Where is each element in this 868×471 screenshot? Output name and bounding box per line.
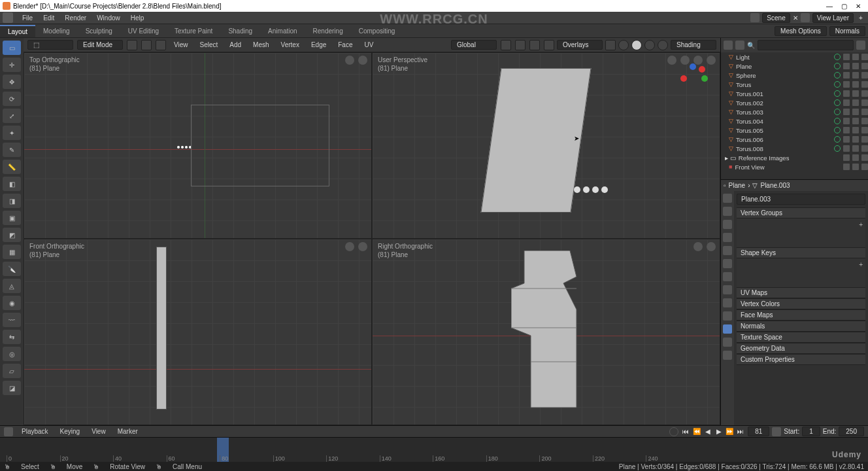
panel-normals[interactable]: Normals <box>737 321 865 332</box>
tool-inset[interactable]: ▣ <box>3 211 21 225</box>
viewport-user[interactable]: User Perspective (81) Plane ➤ <box>372 52 720 239</box>
prop-tab-world[interactable] <box>723 246 732 255</box>
pan-icon[interactable] <box>693 242 703 251</box>
panel-shape-keys[interactable]: Shape Keys <box>737 247 865 258</box>
tool-rotate[interactable]: ⟳ <box>3 92 21 106</box>
viewlayer-selector[interactable]: View Layer <box>812 13 854 23</box>
prop-tab-scene[interactable] <box>723 233 732 242</box>
transform-orientation-dropdown[interactable]: Global <box>451 40 497 50</box>
end-frame-field[interactable]: 250 <box>839 427 864 436</box>
prop-tab-texture[interactable] <box>723 351 732 360</box>
scene-selector[interactable]: Scene <box>762 13 790 23</box>
camera-icon[interactable] <box>667 56 676 65</box>
eye-icon[interactable] <box>843 164 850 170</box>
viewport-front[interactable]: Front Orthographic (81) Plane <box>24 239 372 425</box>
toggle-selectable-icon[interactable] <box>834 90 841 97</box>
tool-edge-slide[interactable]: ⇆ <box>3 330 21 344</box>
show-gizmo-toggle[interactable] <box>544 40 554 50</box>
viewport-toggle-icon[interactable] <box>852 164 859 170</box>
mode-dropdown[interactable]: Edit Mode <box>77 40 123 50</box>
snap-toggle[interactable] <box>515 40 526 50</box>
vpmenu-mesh[interactable]: Mesh <box>249 40 273 50</box>
tool-extrude[interactable]: ◨ <box>3 194 21 208</box>
keyframe-next-icon[interactable]: ⏩ <box>725 428 734 435</box>
select-mode-vertex[interactable] <box>127 40 137 50</box>
panel-custom-properties[interactable]: Custom Properties <box>737 354 865 365</box>
shading-lookdev[interactable] <box>644 40 655 50</box>
toggle-selectable-icon[interactable] <box>834 136 841 143</box>
xray-toggle[interactable] <box>605 40 616 50</box>
vpmenu-uv[interactable]: UV <box>361 40 378 50</box>
viewport-toggle-icon[interactable] <box>852 54 859 60</box>
tool-bevel[interactable]: ◩ <box>3 228 21 242</box>
editor-type-dropdown[interactable]: ⬚ <box>27 40 73 50</box>
toggle-selectable-icon[interactable] <box>834 54 841 60</box>
toggle-selectable-icon[interactable] <box>834 127 841 133</box>
prop-tab-physics[interactable] <box>723 298 732 307</box>
vpmenu-add[interactable]: Add <box>225 40 245 50</box>
zoom-icon[interactable] <box>707 242 716 251</box>
pivot-dropdown[interactable] <box>501 40 511 50</box>
outliner-item[interactable]: ▽Plane <box>721 61 868 71</box>
tab-compositing[interactable]: Compositing <box>351 26 403 37</box>
eye-icon[interactable] <box>843 109 850 115</box>
outliner-collection[interactable]: ▸ ▭Reference Images <box>721 153 868 162</box>
viewport-toggle-icon[interactable] <box>852 136 859 143</box>
render-toggle-icon[interactable] <box>861 154 868 161</box>
prop-tab-object[interactable] <box>723 259 732 268</box>
prop-tab-render[interactable] <box>723 194 732 203</box>
render-toggle-icon[interactable] <box>861 127 868 133</box>
eye-icon[interactable] <box>843 54 850 60</box>
prop-tab-particles[interactable] <box>723 285 732 294</box>
outliner[interactable]: ▽Light▽Plane▽Sphere▽Torus▽Torus.001▽Toru… <box>721 52 868 179</box>
outliner-search-input[interactable] <box>758 40 854 50</box>
vpmenu-edge[interactable]: Edge <box>307 40 330 50</box>
play-reverse-icon[interactable]: ◀ <box>703 428 712 435</box>
outliner-item[interactable]: ▽Torus.006 <box>721 135 868 144</box>
vpmenu-face[interactable]: Face <box>334 40 356 50</box>
timeline[interactable]: 020406080100120140160180200220240 <box>0 437 868 462</box>
outliner-item[interactable]: ■Front View <box>721 162 868 171</box>
tl-menu-marker[interactable]: Marker <box>114 427 141 436</box>
viewport-toggle-icon[interactable] <box>852 109 859 115</box>
render-toggle-icon[interactable] <box>861 145 868 152</box>
prop-tab-modifier[interactable] <box>723 272 732 281</box>
prop-tab-constraint[interactable] <box>723 311 732 321</box>
outliner-item[interactable]: ▽Torus.008 <box>721 144 868 153</box>
overlays-dropdown[interactable]: Overlays <box>557 40 603 50</box>
viewport-toggle-icon[interactable] <box>852 145 859 152</box>
outliner-display-icon[interactable] <box>735 41 744 50</box>
render-toggle-icon[interactable] <box>861 99 868 106</box>
shading-rendered[interactable] <box>658 40 668 50</box>
render-toggle-icon[interactable] <box>861 81 868 88</box>
prop-tab-output[interactable] <box>723 207 732 216</box>
tl-menu-view[interactable]: View <box>88 427 109 436</box>
play-icon[interactable]: ▶ <box>714 428 724 435</box>
outliner-item[interactable]: ▽Sphere <box>721 71 868 80</box>
toggle-selectable-icon[interactable] <box>834 63 841 69</box>
shape-keys-list[interactable]: + <box>737 258 865 287</box>
panel-vertex-groups[interactable]: Vertex Groups <box>737 207 865 218</box>
tab-layout[interactable]: Layout <box>0 25 35 37</box>
tl-menu-keying[interactable]: Keying <box>57 427 84 436</box>
tool-cursor[interactable]: ✛ <box>3 58 21 72</box>
eye-icon[interactable] <box>843 136 850 143</box>
vpmenu-select[interactable]: Select <box>196 40 222 50</box>
tab-animation[interactable]: Animation <box>260 26 305 37</box>
viewport-right[interactable]: Right Orthographic (81) Plane <box>372 239 720 425</box>
viewport-toggle-icon[interactable] <box>852 99 859 106</box>
start-frame-field[interactable]: 1 <box>802 427 820 436</box>
outliner-item[interactable]: ▽Torus.001 <box>721 89 868 98</box>
tab-shading[interactable]: Shading <box>220 26 260 37</box>
mesh-options-dropdown[interactable]: Mesh Options <box>775 26 827 36</box>
tool-move[interactable]: ✥ <box>3 75 21 89</box>
select-mode-face[interactable] <box>156 40 166 50</box>
normals-dropdown[interactable]: Normals <box>829 26 865 36</box>
path-object[interactable]: Plane <box>729 182 746 189</box>
tool-measure[interactable]: 📏 <box>3 160 21 174</box>
viewport-toggle-icon[interactable] <box>852 154 859 161</box>
pan-icon[interactable] <box>345 56 354 65</box>
tool-annotate[interactable]: ✎ <box>3 143 21 157</box>
viewport-toggle-icon[interactable] <box>852 90 859 97</box>
render-toggle-icon[interactable] <box>861 136 868 143</box>
